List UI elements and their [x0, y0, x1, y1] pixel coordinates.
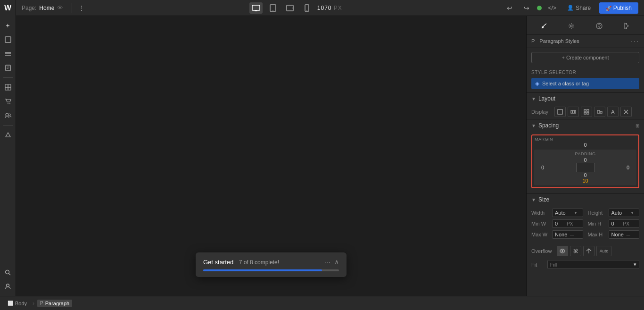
share-button[interactable]: 👤 Share	[562, 2, 595, 14]
tablet-landscape-button[interactable]	[283, 2, 297, 14]
toast-progress-fill	[203, 269, 322, 271]
padding-right-input[interactable]	[621, 165, 635, 170]
panel-content-scroll: + Create component Style selector ◈ Sele…	[527, 48, 644, 296]
panel-header: P Paragraph Styles ···	[527, 34, 644, 48]
sidebar-search-button[interactable]	[1, 266, 15, 279]
svg-point-47	[576, 249, 578, 251]
right-panel: P Paragraph Styles ··· + Create componen…	[526, 16, 644, 296]
svg-rect-40	[600, 111, 602, 113]
breadcrumb-body[interactable]: ⬜ Body	[5, 300, 30, 307]
webflow-logo[interactable]: W	[0, 0, 16, 16]
publish-button[interactable]: 🚀 Publish	[599, 2, 638, 14]
paragraph-prefix: P	[40, 301, 43, 306]
page-name[interactable]: Home	[39, 5, 54, 11]
svg-point-23	[6, 270, 9, 274]
display-flex-button[interactable]	[568, 107, 579, 117]
eye-icon[interactable]: 👁	[57, 4, 63, 11]
display-inline-button[interactable]	[594, 107, 605, 117]
style-selector-text: Select a class or tag	[542, 81, 589, 86]
canvas-wrapper[interactable]: Get started 7 of 8 complete! ··· ∧	[16, 16, 526, 296]
padding-label: PADDING	[536, 151, 635, 156]
margin-label: MARGIN	[535, 137, 553, 142]
sidebar-apps-button[interactable]	[1, 128, 15, 142]
sidebar-layers-button[interactable]	[1, 47, 15, 60]
overflow-label: Overflow	[531, 248, 555, 254]
panel-more-button[interactable]: ···	[631, 37, 639, 45]
overflow-visible-button[interactable]	[557, 246, 568, 256]
width-unit-dropdown[interactable]: ▾	[575, 211, 577, 215]
overflow-auto-label: Auto	[600, 249, 609, 253]
width-input[interactable]	[555, 210, 574, 216]
svg-rect-18	[5, 87, 8, 90]
max-w-unit-dropdown[interactable]: —	[570, 233, 574, 237]
padding-bottom-input[interactable]	[579, 172, 592, 178]
padding-left-input[interactable]	[536, 165, 549, 170]
min-h-input-group: PX	[609, 219, 640, 228]
toast-collapse-button[interactable]: ∧	[334, 258, 339, 266]
desktop-device-button[interactable]	[249, 2, 263, 14]
svg-line-24	[9, 273, 11, 275]
toast-progress-bar	[203, 269, 339, 271]
tab-settings[interactable]	[565, 20, 578, 32]
style-selector-icon: ◈	[535, 80, 539, 87]
min-w-input-group: PX	[552, 219, 583, 228]
padding-top-input[interactable]	[579, 157, 592, 163]
display-none-button[interactable]	[620, 107, 632, 117]
svg-rect-37	[584, 112, 586, 114]
svg-point-6	[292, 8, 293, 8]
undo-button[interactable]: ↩	[503, 1, 516, 15]
overflow-row: Overflow Auto	[527, 244, 644, 258]
display-block-button[interactable]	[554, 107, 566, 117]
svg-rect-36	[587, 109, 589, 111]
create-component-button[interactable]: + Create component	[531, 52, 639, 63]
max-h-unit-dropdown[interactable]: —	[627, 233, 630, 237]
overflow-scroll-button[interactable]	[583, 246, 594, 256]
overflow-auto-button[interactable]: Auto	[596, 246, 611, 256]
topbar-right-actions: ↩ ↪ </> 👤 Share 🚀 Publish	[503, 1, 644, 15]
min-w-input[interactable]	[555, 221, 567, 226]
height-input[interactable]	[611, 210, 630, 216]
sidebar-cms-button[interactable]	[1, 81, 15, 94]
size-section-header[interactable]: ▼ Size	[527, 193, 644, 206]
fit-select[interactable]: Fill ▾	[547, 260, 639, 269]
toast-badge: 7 of 8 complete!	[239, 259, 279, 266]
min-h-input[interactable]	[611, 221, 623, 226]
sidebar-assets-button[interactable]	[1, 61, 15, 75]
max-h-input[interactable]	[611, 232, 626, 237]
more-options-button[interactable]: ⋮	[75, 1, 88, 15]
display-text-button[interactable]: A	[607, 107, 619, 117]
code-editor-button[interactable]: </>	[545, 1, 559, 15]
sidebar-ecommerce-button[interactable]	[1, 95, 15, 108]
overflow-clip-button[interactable]	[570, 246, 581, 256]
tab-interaction[interactable]	[620, 20, 633, 32]
sidebar-pages-button[interactable]	[1, 33, 15, 46]
layout-section-header[interactable]: ▼ Layout	[527, 92, 644, 105]
padding-highlight-input[interactable]	[579, 178, 592, 184]
max-w-input[interactable]	[555, 232, 569, 237]
svg-point-25	[7, 284, 9, 287]
mobile-device-button[interactable]	[300, 2, 314, 14]
style-selector-input[interactable]: ◈ Select a class or tag	[531, 78, 639, 89]
sidebar-add-button[interactable]: +	[1, 19, 15, 32]
breadcrumb-paragraph[interactable]: P Paragraph	[37, 300, 72, 307]
tab-style[interactable]	[538, 20, 550, 32]
height-unit-dropdown[interactable]: ▾	[631, 211, 633, 215]
breadcrumb-separator: ›	[33, 300, 34, 307]
paragraph-label: Paragraph	[45, 301, 69, 306]
panel-prefix: P	[531, 38, 535, 44]
toast-more-button[interactable]: ···	[325, 258, 330, 266]
svg-rect-9	[5, 37, 11, 42]
margin-center-input[interactable]	[578, 142, 593, 148]
tab-color[interactable]	[593, 20, 605, 32]
sidebar-account-button[interactable]	[1, 280, 15, 293]
size-section-title: Size	[538, 196, 639, 203]
svg-rect-33	[573, 110, 574, 113]
sidebar-members-button[interactable]	[1, 109, 15, 122]
tablet-device-button[interactable]	[266, 2, 280, 14]
display-label: Display	[531, 109, 553, 115]
spacing-section-header[interactable]: ▼ Spacing ⊞	[527, 119, 644, 132]
redo-button[interactable]: ↪	[520, 1, 533, 15]
svg-rect-17	[8, 84, 11, 87]
spacing-expand-icon[interactable]: ⊞	[636, 123, 639, 128]
display-grid-button[interactable]	[581, 107, 592, 117]
